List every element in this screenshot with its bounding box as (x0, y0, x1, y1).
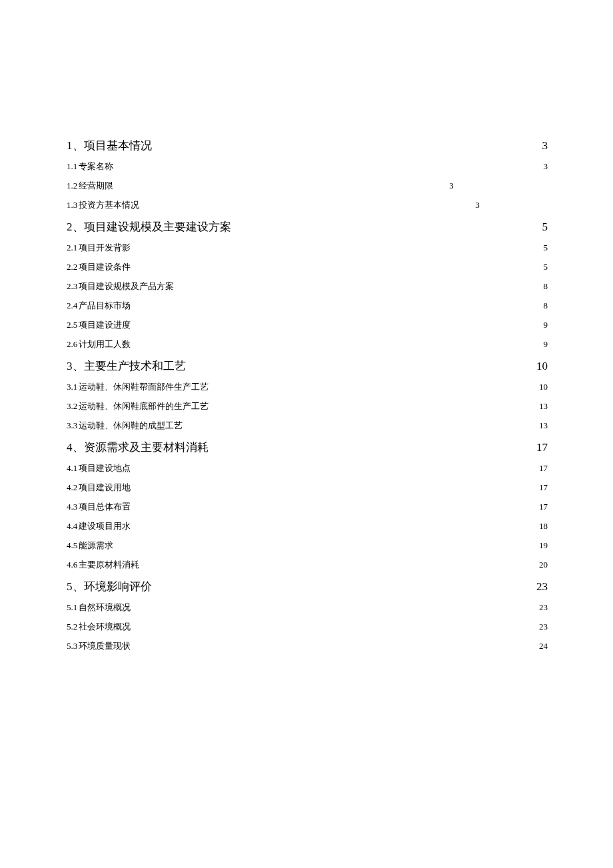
toc-subsection-row: 2.5项目建设进度9 (67, 319, 548, 331)
toc-entry-title: 建设项目用水 (79, 520, 131, 532)
toc-entry-page: 13 (536, 401, 548, 412)
toc-subsection-row: 4.2项目建设用地17 (67, 482, 548, 494)
toc-entry-title: 能源需求 (79, 540, 113, 552)
toc-subsection-row: 2.3项目建设规模及产品方案8 (67, 280, 548, 292)
toc-subsection-row: 5.1自然环境概况23 (67, 602, 548, 614)
toc-section-row: 4、资源需求及主要材料消耗17 (67, 440, 548, 455)
toc-entry-number: 4.2 (67, 482, 77, 493)
toc-entry-number: 4.6 (67, 560, 77, 570)
toc-entry-title: 运动鞋、休闲鞋底部件的生产工艺 (79, 400, 209, 412)
toc-entry-page: 5 (541, 262, 548, 272)
toc-subsection-row: 1.1专案名称3 (67, 161, 548, 173)
toc-entry-title: 专案名称 (79, 161, 113, 173)
toc-entry-title: 项目建设条件 (79, 261, 131, 273)
toc-entry-number: 3、 (67, 358, 84, 374)
toc-entry-number: 5.3 (67, 641, 77, 651)
toc-entry-page: 17 (536, 482, 548, 493)
toc-subsection-row: 4.4建设项目用水18 (67, 520, 548, 532)
toc-subsection-row: 3.2运动鞋、休闲鞋底部件的生产工艺13 (67, 400, 548, 412)
toc-entry-number: 2.2 (67, 262, 77, 272)
toc-entry-page: 20 (536, 560, 548, 570)
toc-entry-title: 自然环境概况 (79, 602, 131, 614)
toc-entry-page: 17 (534, 441, 548, 454)
toc-entry-number: 3.3 (67, 420, 77, 431)
toc-entry-number: 1、 (67, 138, 84, 153)
toc-entry-title: 产品目标市场 (79, 300, 131, 312)
toc-entry-title: 社会环境概况 (79, 621, 131, 633)
toc-entry-page: 18 (536, 521, 548, 532)
toc-section-row: 1、项目基本情况3 (67, 138, 548, 153)
toc-entry-page: 8 (541, 281, 548, 292)
toc-entry-page: 23 (536, 622, 548, 632)
toc-subsection-row: 2.2项目建设条件5 (67, 261, 548, 273)
toc-entry-number: 2.5 (67, 320, 77, 330)
toc-entry-page: 3 (540, 139, 548, 153)
toc-entry-title: 经营期限 (79, 180, 113, 192)
toc-entry-number: 5.2 (67, 622, 77, 632)
toc-entry-number: 2.4 (67, 300, 77, 311)
toc-entry-number: 4、 (67, 440, 84, 455)
toc-subsection-row: 4.6主要原材料消耗20 (67, 559, 548, 571)
toc-entry-number: 3.2 (67, 401, 77, 412)
toc-entry-page: 23 (534, 580, 548, 594)
toc-entry-title: 资源需求及主要材料消耗 (84, 440, 209, 455)
toc-entry-page: 24 (536, 641, 548, 651)
toc-entry-number: 2、 (67, 219, 84, 234)
toc-entry-page: 17 (536, 463, 548, 474)
toc-entry-page: 10 (536, 382, 548, 392)
toc-entry-number: 5.1 (67, 602, 77, 613)
toc-entry-page: 9 (541, 339, 548, 350)
toc-entry-page: 3 (446, 181, 454, 191)
toc-entry-title: 环境质量现状 (79, 640, 131, 652)
toc-entry-page: 5 (541, 242, 548, 253)
toc-subsection-row: 4.1项目建设地点17 (67, 462, 548, 474)
toc-entry-title: 项目建设地点 (79, 462, 131, 474)
toc-entry-title: 项目开发背影 (79, 242, 131, 254)
toc-entry-number: 4.5 (67, 540, 77, 551)
toc-entry-title: 项目总体布置 (79, 501, 131, 513)
toc-subsection-row: 2.6计划用工人数9 (67, 338, 548, 350)
toc-entry-number: 5、 (67, 579, 84, 594)
toc-entry-number: 3.1 (67, 382, 77, 392)
toc-entry-number: 4.1 (67, 463, 77, 474)
toc-subsection-row: 1.2经营期限3 (67, 180, 548, 192)
toc-entry-title: 主要原材料消耗 (79, 559, 139, 571)
toc-subsection-row: 3.1运动鞋、休闲鞋帮面部件生产工艺10 (67, 381, 548, 393)
toc-entry-title: 计划用工人数 (79, 338, 131, 350)
toc-entry-number: 1.3 (67, 200, 77, 211)
toc-entry-title: 主要生产技术和工艺 (84, 358, 186, 374)
toc-entry-page: 3 (472, 200, 480, 211)
toc-subsection-row: 4.3项目总体布置17 (67, 501, 548, 513)
toc-subsection-row: 4.5能源需求19 (67, 540, 548, 552)
toc-entry-title: 项目建设进度 (79, 319, 131, 331)
toc-entry-page: 13 (536, 420, 548, 431)
toc-section-row: 2、项目建设规模及主要建设方案 5 (67, 219, 548, 234)
toc-entry-page: 17 (536, 502, 548, 512)
toc-entry-number: 2.3 (67, 281, 77, 292)
table-of-contents: 1、项目基本情况31.1专案名称31.2经营期限31.3投资方基本情况32、项目… (67, 138, 548, 652)
toc-entry-page: 5 (540, 220, 548, 234)
toc-entry-title: 环境影响评价 (84, 579, 152, 594)
toc-entry-number: 1.2 (67, 181, 77, 191)
toc-entry-title: 项目基本情况 (84, 138, 152, 153)
toc-entry-page: 8 (541, 300, 548, 311)
toc-subsection-row: 1.3投资方基本情况3 (67, 199, 548, 211)
toc-entry-page: 3 (541, 161, 548, 172)
document-page: 1、项目基本情况31.1专案名称31.2经营期限31.3投资方基本情况32、项目… (0, 0, 613, 868)
toc-entry-title: 投资方基本情况 (79, 199, 139, 211)
toc-entry-page: 10 (534, 360, 548, 373)
toc-subsection-row: 5.3环境质量现状24 (67, 640, 548, 652)
toc-subsection-row: 3.3运动鞋、休闲鞋的成型工艺13 (67, 420, 548, 432)
toc-subsection-row: 5.2社会环境概况23 (67, 621, 548, 633)
toc-entry-page: 19 (536, 540, 548, 551)
toc-entry-number: 1.1 (67, 161, 77, 172)
toc-entry-title: 项目建设规模及主要建设方案 (84, 219, 231, 234)
toc-section-row: 3、主要生产技术和工艺10 (67, 358, 548, 374)
toc-subsection-row: 2.4产品目标市场8 (67, 300, 548, 312)
toc-entry-number: 2.6 (67, 339, 77, 350)
toc-entry-number: 4.3 (67, 502, 77, 512)
toc-entry-page: 9 (541, 320, 548, 330)
toc-entry-number: 4.4 (67, 521, 77, 532)
toc-entry-number: 2.1 (67, 242, 77, 253)
toc-entry-title: 项目建设规模及产品方案 (79, 280, 174, 292)
